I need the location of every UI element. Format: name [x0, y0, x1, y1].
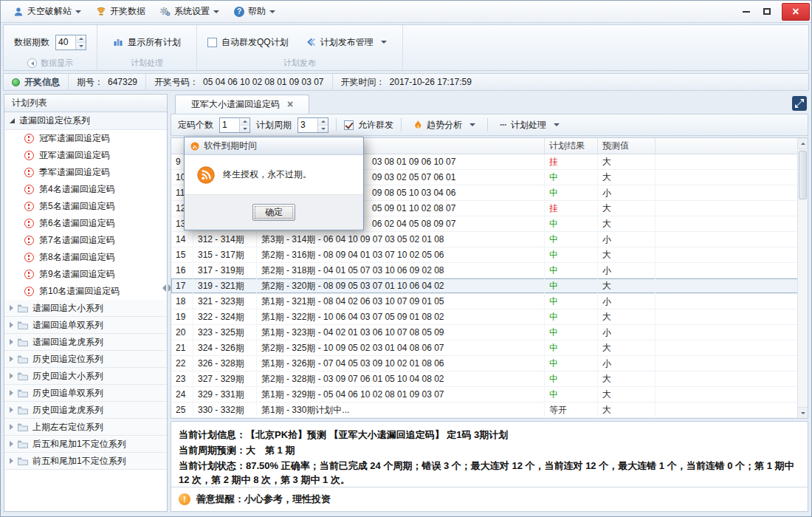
dialog-titlebar[interactable]: 软件到期时间 [185, 137, 363, 155]
checkbox-unchecked-icon [207, 38, 217, 47]
table-row[interactable]: 23 327 - 329期 第2期 - 328期 - 03 09 07 06 0… [171, 372, 808, 387]
table-row[interactable]: 19 322 - 324期 第1期 - 322期 - 10 06 04 03 0… [171, 309, 808, 325]
collapsed-node-icon [10, 441, 13, 447]
separator [336, 118, 337, 131]
cell-result: 中 [545, 232, 598, 247]
show-all-plans-button[interactable]: 显示所有计划 [108, 34, 186, 51]
table-row[interactable]: 22 326 - 328期 第1期 - 326期 - 07 04 05 03 0… [171, 356, 808, 372]
tree-group-item[interactable]: 历史回追定位系列 [4, 351, 167, 368]
plan-tree: 遗漏回追定位系列 冠军遗漏回追定码 亚军遗漏回追定码 季军遗漏回追定码 第 [4, 112, 167, 470]
tree-plan-item[interactable]: 第7名遗漏回追定码 [4, 232, 167, 249]
cell-plan: 第2期 - 320期 - 08 09 05 03 07 01 10 06 04 … [257, 278, 545, 293]
cell-range: 326 - 328期 [193, 356, 257, 371]
vertical-scrollbar[interactable] [797, 138, 808, 418]
tree-group-item[interactable]: 遗漏回追大小系列 [4, 300, 167, 317]
tree-group-label: 历史回追单双系列 [32, 387, 103, 400]
collapsed-node-icon [10, 390, 13, 396]
table-row[interactable]: 24 329 - 331期 第1期 - 329期 - 05 04 06 10 0… [171, 387, 808, 403]
tree-plan-item[interactable]: 第9名遗漏回追定码 [4, 266, 167, 283]
scrollbar-thumb[interactable] [799, 151, 807, 199]
plan-target-icon [24, 134, 34, 143]
trend-analysis-button[interactable]: 趋势分析 [409, 117, 480, 134]
tree-group-item[interactable]: 遗漏回追单双系列 [4, 317, 167, 334]
tab-close-icon[interactable] [287, 99, 293, 110]
data-periods-input[interactable] [56, 35, 75, 49]
arrow-up-icon [801, 143, 805, 145]
cell-result: 中 [545, 263, 598, 278]
menu-help[interactable]: 帮助 [227, 2, 282, 21]
cell-range: 312 - 314期 [193, 232, 257, 247]
plan-target-icon [24, 168, 34, 177]
cell-predict: 大 [598, 340, 656, 355]
splitter-collapse-button[interactable] [162, 284, 166, 292]
tree-plan-item[interactable]: 第8名遗漏回追定码 [4, 249, 167, 266]
plan-target-icon [24, 151, 34, 160]
cycle-label: 计划周期 [256, 119, 292, 131]
close-button[interactable] [782, 3, 810, 21]
code-count-input[interactable] [220, 118, 239, 132]
ok-button[interactable]: 确定 [252, 204, 295, 221]
cycle-input[interactable] [298, 118, 317, 132]
collapsed-node-icon [10, 424, 13, 430]
publish-manage-button[interactable]: 计划发布管理 [300, 34, 392, 51]
tree-group-item[interactable]: 历史回追大小系列 [4, 368, 167, 385]
auto-qq-checkbox[interactable]: 自动群发QQ计划 [207, 36, 289, 49]
tree-group-item[interactable]: 上期左右定位系列 [4, 419, 167, 436]
license-icon [197, 166, 215, 184]
menu-lottery-data[interactable]: 开奖数据 [89, 2, 152, 21]
table-row[interactable]: 18 321 - 323期 第1期 - 321期 - 08 04 02 06 0… [171, 294, 808, 309]
numbers-label: 开奖号码： [154, 76, 199, 89]
tree-group-item[interactable]: 后五和尾加1不定位系列 [4, 436, 167, 453]
cell-predict: 小 [598, 294, 656, 309]
tree-plan-item[interactable]: 第6名遗漏回追定码 [4, 215, 167, 232]
table-row[interactable]: 17 319 - 321期 第2期 - 320期 - 08 09 05 03 0… [171, 278, 808, 294]
spinner-buttons [75, 35, 86, 49]
plan-process-button[interactable]: 计划处理 [495, 117, 564, 134]
allow-group-send-checkbox[interactable]: 允许群发 [344, 119, 393, 131]
table-row[interactable]: 16 317 - 319期 第2期 - 318期 - 04 01 05 07 0… [171, 263, 808, 278]
tree-plan-item[interactable]: 亚军遗漏回追定码 [4, 147, 167, 164]
table-row[interactable]: 25 330 - 332期 第1期 - 330期计划中... 等开 大 [171, 403, 808, 418]
plan-target-icon [24, 185, 34, 194]
tree-group-item[interactable]: 历史回追单双系列 [4, 385, 167, 402]
spin-up-button[interactable] [318, 118, 328, 125]
dialog-message: 终生授权，永不过期。 [223, 168, 312, 181]
tree-group-expanded[interactable]: 遗漏回追定位系列 [4, 112, 167, 130]
spin-down-button[interactable] [76, 42, 86, 49]
tree-group-item[interactable]: 历史回追龙虎系列 [4, 402, 167, 419]
tree-group-item[interactable]: 前五和尾加1不定位系列 [4, 453, 167, 470]
maximize-button[interactable] [757, 3, 777, 21]
tree-plan-item[interactable]: 冠军遗漏回追定码 [4, 130, 167, 147]
folder-icon [18, 372, 28, 380]
expand-view-button[interactable] [792, 96, 807, 111]
tree-plan-item[interactable]: 第5名遗漏回追定码 [4, 198, 167, 215]
spin-down-button[interactable] [318, 125, 328, 132]
spin-down-button[interactable] [240, 125, 250, 132]
arrow-up-icon [79, 38, 83, 40]
cell-predict: 大 [598, 403, 656, 417]
tree-plan-item[interactable]: 季军遗漏回追定码 [4, 164, 167, 181]
tree-plan-item[interactable]: 第4名遗漏回追定码 [4, 181, 167, 198]
cell-index: 14 [171, 232, 193, 247]
scroll-up-button[interactable] [798, 138, 808, 149]
table-row[interactable]: 20 323 - 325期 第1期 - 323期 - 04 02 01 03 0… [171, 325, 808, 340]
arrow-down-icon [243, 128, 247, 130]
table-row[interactable]: 21 324 - 326期 第2期 - 325期 - 10 09 05 02 0… [171, 340, 808, 356]
menu-settings[interactable]: 系统设置 [154, 2, 226, 21]
minimize-button[interactable] [736, 3, 757, 21]
plan-process-label: 计划处理 [511, 119, 546, 131]
cell-predict: 大 [598, 154, 656, 169]
collapsed-node-icon [10, 458, 13, 464]
show-all-plans-label: 显示所有计划 [128, 36, 181, 49]
menu-site[interactable]: 天空破解站 [7, 2, 88, 21]
scroll-down-button[interactable] [798, 407, 808, 418]
ribbon-collapse-button[interactable] [27, 58, 37, 68]
table-row[interactable]: 15 315 - 317期 第2期 - 316期 - 08 09 04 01 0… [171, 247, 808, 263]
spin-up-button[interactable] [76, 35, 86, 42]
spin-up-button[interactable] [240, 118, 250, 125]
plan-toolbar: 定码个数 计划周期 允许群发 [171, 114, 808, 136]
tree-plan-item[interactable]: 第10名遗漏回追定码 [4, 283, 167, 300]
tree-group-item[interactable]: 遗漏回追龙虎系列 [4, 334, 167, 351]
table-row[interactable]: 14 312 - 314期 第3期 - 314期 - 06 04 10 09 0… [171, 232, 808, 247]
tab-plan[interactable]: 亚军大小遗漏回追定码 [175, 95, 309, 114]
